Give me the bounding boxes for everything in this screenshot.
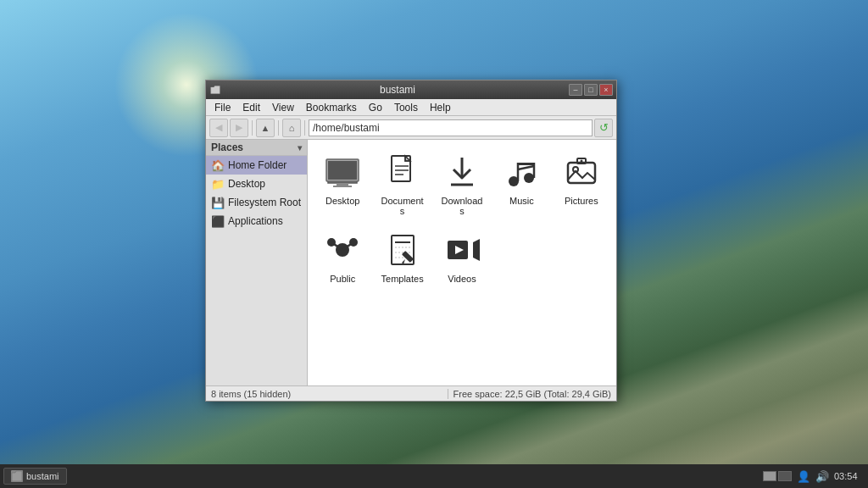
sidebar-item-filesystem[interactable]: 💾 Filesystem Root [206, 193, 307, 212]
sidebar: Places ▾ 🏠 Home Folder 📁 Desktop 💾 Files… [206, 140, 308, 385]
maximize-button[interactable]: □ [584, 84, 598, 96]
window-controls: – □ × [569, 84, 613, 96]
documents-label: Documents [379, 196, 425, 216]
reload-button[interactable]: ↺ [594, 119, 613, 137]
public-label: Public [330, 274, 355, 284]
svg-rect-12 [518, 163, 534, 165]
menubar: File Edit View Bookmarks Go Tools Help [206, 99, 616, 116]
menu-edit[interactable]: Edit [237, 101, 265, 114]
applications-icon: ⬛ [211, 214, 225, 228]
menu-bookmarks[interactable]: Bookmarks [301, 101, 362, 114]
sidebar-item-home[interactable]: 🏠 Home Folder [206, 156, 307, 175]
pictures-label: Pictures [565, 196, 598, 206]
music-label: Music [509, 196, 534, 206]
file-item-pictures[interactable]: Pictures [555, 148, 608, 219]
public-icon [322, 230, 363, 270]
desktop-folder-icon: 📁 [211, 177, 225, 191]
templates-label: Templates [381, 274, 424, 284]
sidebar-item-desktop-label: Desktop [228, 178, 265, 190]
svg-line-15 [518, 166, 534, 169]
taskbar: bustami 👤 🔊 03:54 [0, 464, 868, 488]
menu-tools[interactable]: Tools [389, 101, 423, 114]
toolbar-separator-3 [304, 120, 305, 136]
clock: 03:54 [834, 471, 861, 481]
toolbar-separator-1 [252, 120, 253, 136]
svg-rect-16 [568, 163, 595, 183]
file-grid: Desktop Documents [308, 140, 616, 385]
svg-rect-3 [333, 186, 352, 187]
svg-marker-33 [473, 239, 480, 261]
sidebar-title: Places [211, 141, 243, 153]
downloads-label: Downloads [439, 196, 485, 216]
svg-point-19 [580, 160, 582, 163]
desktop: bustami – □ × File Edit View Bookmarks G… [0, 0, 868, 488]
forward-button[interactable]: ▶ [230, 119, 248, 137]
file-item-templates[interactable]: Templates [376, 226, 428, 287]
statusbar-items: 8 items (15 hidden) [206, 389, 448, 399]
location-bar[interactable] [309, 119, 593, 136]
filesystem-icon: 💾 [211, 196, 225, 209]
file-item-desktop[interactable]: Desktop [316, 148, 369, 219]
pictures-icon [561, 152, 602, 192]
taskbar-left: bustami [0, 468, 70, 485]
taskbar-right: 👤 🔊 03:54 [756, 469, 868, 483]
volume-icon[interactable]: 🔊 [815, 469, 829, 483]
workspace-1[interactable] [763, 471, 776, 481]
svg-point-11 [524, 173, 534, 183]
videos-label: Videos [448, 274, 476, 284]
back-button[interactable]: ◀ [209, 119, 228, 137]
documents-icon [382, 152, 423, 192]
window-title: bustami [226, 84, 569, 96]
sidebar-item-filesystem-label: Filesystem Root [228, 197, 301, 208]
downloads-icon [442, 152, 482, 192]
fm-content: Places ▾ 🏠 Home Folder 📁 Desktop 💾 Files… [206, 140, 616, 385]
file-manager-window: bustami – □ × File Edit View Bookmarks G… [205, 80, 617, 402]
svg-rect-1 [328, 161, 357, 180]
minimize-button[interactable]: – [569, 84, 582, 96]
home-button[interactable]: ⌂ [282, 119, 301, 137]
videos-icon [442, 230, 482, 270]
up-button[interactable]: ▲ [256, 119, 275, 137]
workspace-indicator [763, 471, 792, 481]
desktop-icon [322, 152, 363, 192]
toolbar: ◀ ▶ ▲ ⌂ ↺ [206, 116, 616, 140]
file-item-downloads[interactable]: Downloads [436, 148, 488, 219]
file-item-videos[interactable]: Videos [436, 226, 488, 287]
close-button[interactable]: × [599, 84, 613, 96]
sidebar-item-home-label: Home Folder [228, 159, 287, 171]
taskbar-app-label: bustami [26, 471, 59, 481]
location-input[interactable] [313, 122, 588, 134]
window-icon [209, 84, 221, 96]
desktop-label: Desktop [326, 196, 359, 206]
taskbar-app-icon [11, 470, 23, 482]
menu-help[interactable]: Help [425, 101, 456, 114]
file-item-public[interactable]: Public [316, 226, 369, 287]
home-folder-icon: 🏠 [211, 158, 225, 172]
toolbar-separator-2 [278, 120, 279, 136]
file-item-documents[interactable]: Documents [376, 148, 428, 219]
sidebar-item-applications[interactable]: ⬛ Applications [206, 212, 307, 230]
file-item-music[interactable]: Music [495, 148, 548, 219]
sidebar-item-desktop[interactable]: 📁 Desktop [206, 175, 307, 193]
svg-rect-2 [337, 183, 348, 186]
menu-file[interactable]: File [209, 101, 236, 114]
sidebar-item-applications-label: Applications [228, 215, 283, 227]
menu-view[interactable]: View [267, 101, 299, 114]
titlebar: bustami – □ × [206, 80, 616, 99]
templates-icon [382, 230, 423, 270]
user-icon: 👤 [797, 470, 810, 483]
taskbar-app-bustami[interactable]: bustami [3, 468, 67, 485]
menu-go[interactable]: Go [364, 101, 387, 114]
music-icon [501, 152, 542, 192]
statusbar: 8 items (15 hidden) Free space: 22,5 GiB… [206, 385, 616, 401]
sidebar-header: Places ▾ [206, 140, 307, 156]
workspace-2[interactable] [778, 471, 792, 481]
statusbar-freespace: Free space: 22,5 GiB (Total: 29,4 GiB) [448, 389, 616, 399]
sidebar-toggle[interactable]: ▾ [298, 143, 302, 152]
